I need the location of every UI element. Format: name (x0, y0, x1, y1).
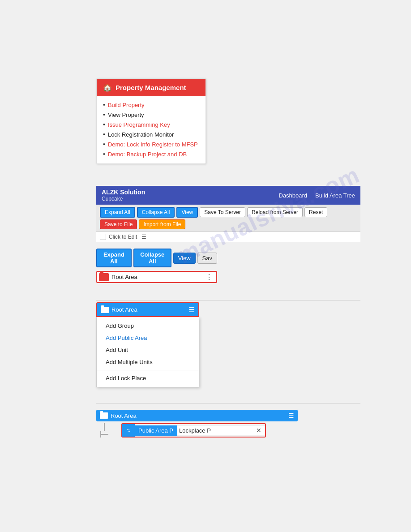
app-bar: ALZK Solution Cupcake Dashboard Build Ar… (96, 186, 360, 205)
divider2 (96, 300, 360, 300)
add-unit-item[interactable]: Add Unit (97, 344, 199, 356)
add-public-area-item[interactable]: Add Public Area (97, 332, 199, 344)
context-title: Root Area (111, 306, 137, 313)
app-bar-nav: Dashboard Build Area Tree (279, 192, 355, 199)
nav-dashboard[interactable]: Dashboard (279, 192, 308, 199)
context-header: Root Area ☰ (96, 302, 199, 317)
lock-registration-link[interactable]: Lock Registration Monitor (108, 131, 174, 138)
list-item[interactable]: Lock Registration Monitor (103, 129, 199, 139)
toolbar2: Expand All Collapse All View Sav (96, 249, 217, 267)
add-group-item[interactable]: Add Group (97, 320, 199, 332)
lockplace-input[interactable] (179, 427, 254, 434)
public-area-row: ≈ Public Area P ✕ (121, 423, 266, 438)
edit-label: Click to Edit (109, 234, 137, 240)
folder-icon-root (100, 412, 108, 419)
public-area-icon: ≈ (122, 424, 135, 437)
context-divider (97, 370, 199, 370)
collapse-all-button[interactable]: Collapse All (137, 207, 175, 218)
view-button-2[interactable]: View (173, 253, 196, 264)
close-icon[interactable]: ✕ (254, 427, 263, 434)
save-partial-button[interactable]: Sav (197, 253, 217, 264)
toolbar: Expand All Collapse All View Save To Ser… (96, 205, 360, 232)
menu-card: 🏠 Property Management Build Property Vie… (96, 78, 206, 164)
house-icon: 🏠 (103, 83, 112, 92)
root-area-input-section: Expand All Collapse All View Sav ⋮ (96, 249, 217, 283)
view-button[interactable]: View (176, 207, 198, 218)
reset-button[interactable]: Reset (304, 207, 327, 217)
build-property-link[interactable]: Build Property (108, 102, 145, 108)
tree-line-horiz (101, 434, 108, 435)
menu-title: Property Management (116, 84, 186, 91)
save-to-file-button[interactable]: Save to File (100, 219, 137, 229)
public-area-container: ≈ Public Area P ✕ (100, 423, 298, 438)
demo-backup-link[interactable]: Demo: Backup Project and DB (108, 151, 187, 158)
app-bar-section: ALZK Solution Cupcake Dashboard Build Ar… (96, 186, 360, 242)
root-area-tree-section: Root Area ☰ ≈ Public Area P ✕ (96, 410, 298, 438)
import-from-file-button[interactable]: Import from File (139, 219, 185, 229)
property-management-menu: 🏠 Property Management Build Property Vie… (96, 78, 206, 164)
context-menu-section: Root Area ☰ Add Group Add Public Area Ad… (96, 302, 199, 387)
menu-items-list: Build Property View Property Issue Progr… (97, 96, 206, 163)
public-area-label: Public Area P (135, 425, 177, 436)
nav-build-area-tree[interactable]: Build Area Tree (315, 192, 355, 199)
add-lock-place-item[interactable]: Add Lock Place (97, 372, 199, 384)
divider (96, 242, 360, 242)
edit-checkbox[interactable] (100, 234, 106, 240)
menu-icon: ☰ (141, 234, 146, 240)
list-item[interactable]: Build Property (103, 100, 199, 110)
waves-icon: ≈ (127, 427, 130, 434)
menu-header: 🏠 Property Management (97, 79, 206, 96)
context-menu: Add Group Add Public Area Add Unit Add M… (96, 317, 199, 387)
context-header-left: Root Area (101, 306, 137, 313)
folder-icon (99, 273, 109, 281)
demo-lock-info-link[interactable]: Demo: Lock Info Register to MFSP (108, 141, 198, 148)
tree-line-v (104, 423, 105, 431)
root-area-row: ⋮ (96, 271, 217, 283)
tree-line-h (100, 431, 108, 438)
tree-lines (100, 423, 109, 438)
reload-from-server-button[interactable]: Reload from Server (247, 207, 303, 217)
expand-all-button-2[interactable]: Expand All (96, 249, 132, 267)
collapse-all-button-2[interactable]: Collapse All (133, 249, 171, 267)
menu-dots-icon[interactable]: ⋮ (204, 273, 214, 281)
folder-icon-white (101, 307, 109, 313)
root-bar-left: Root Area (100, 412, 137, 419)
root-area-label: Root Area (111, 412, 137, 419)
list-item[interactable]: Issue Programming Key (103, 120, 199, 129)
view-property-link[interactable]: View Property (108, 112, 144, 118)
divider3 (96, 403, 360, 403)
edit-row: Click to Edit ☰ (96, 232, 360, 242)
list-item[interactable]: Demo: Lock Info Register to MFSP (103, 139, 199, 149)
sub-name: Cupcake (102, 196, 145, 202)
root-bar: Root Area ☰ (96, 410, 298, 421)
app-name: ALZK Solution (102, 189, 145, 196)
root-area-input[interactable] (111, 274, 204, 280)
root-bar-menu-icon[interactable]: ☰ (288, 412, 294, 419)
save-to-server-button[interactable]: Save To Server (200, 207, 245, 217)
list-item[interactable]: Demo: Backup Project and DB (103, 149, 199, 159)
expand-all-button[interactable]: Expand All (100, 207, 135, 218)
context-menu-icon[interactable]: ☰ (188, 305, 195, 314)
issue-programming-key-link[interactable]: Issue Programming Key (108, 121, 170, 128)
add-multiple-units-item[interactable]: Add Multiple Units (97, 356, 199, 368)
app-bar-left: ALZK Solution Cupcake (102, 189, 145, 202)
lockplace-input-wrap: ✕ (177, 426, 265, 435)
list-item[interactable]: View Property (103, 110, 199, 120)
